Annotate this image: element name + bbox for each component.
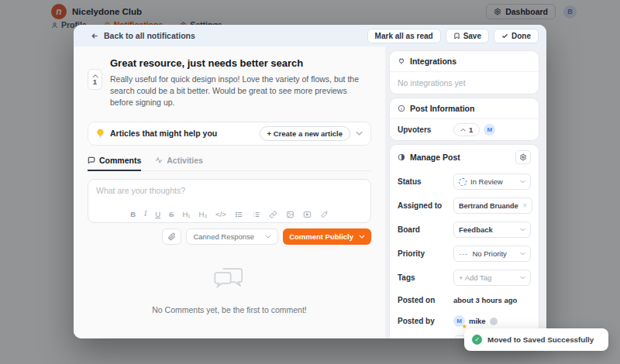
status-label: Status: [398, 177, 453, 186]
add-tag-select[interactable]: + Add Tag: [453, 270, 531, 286]
activity-pulse-icon: [155, 156, 163, 164]
assigned-to-field[interactable]: Bertrand Bruandet ×: [453, 197, 532, 214]
modal-header-actions: Mark all as read Save Done: [367, 29, 539, 43]
toast-message: Moved to Saved Successfully: [487, 335, 594, 344]
comment-bubble-icon: [88, 156, 95, 164]
comment-publicly-button[interactable]: Comment Publicly: [283, 228, 371, 245]
plug-icon: [398, 57, 405, 65]
board-label: Board: [398, 225, 453, 234]
vote-count: 1: [93, 77, 97, 86]
back-to-notifications-link[interactable]: Back to all notifications: [91, 31, 195, 40]
heading1-button[interactable]: H₁: [182, 211, 190, 218]
manage-settings-button[interactable]: [515, 150, 531, 164]
integrations-card: Integrations No integrations yet: [390, 51, 539, 94]
lightbulb-icon: [96, 129, 105, 139]
paperclip-icon: [168, 232, 176, 241]
notification-detail-modal: Back to all notifications Mark all as re…: [74, 25, 546, 338]
no-priority-dashes: ---: [459, 249, 469, 258]
manage-post-header: Manage Post: [390, 145, 539, 170]
success-toast: ✓ Moved to Saved Successfully: [464, 328, 608, 351]
status-select[interactable]: In Review: [453, 173, 531, 190]
link-icon[interactable]: [269, 211, 277, 218]
suggested-articles-label: Articles that might help you: [110, 129, 217, 138]
canned-response-select[interactable]: Canned Response: [186, 228, 278, 245]
suggested-articles-card: Articles that might help you + Create a …: [88, 122, 371, 146]
priority-label: Priority: [398, 249, 453, 258]
comment-tabs: Comments Activities: [88, 156, 371, 171]
code-button[interactable]: </>: [215, 211, 226, 218]
chevron-down-icon: [520, 228, 525, 232]
author-avatar[interactable]: M★: [453, 315, 465, 327]
success-check-icon: ✓: [472, 335, 482, 345]
chevron-up-icon: [460, 128, 466, 132]
post-information-header: Post Information: [390, 98, 539, 119]
upvote-count-pill[interactable]: 1: [453, 123, 480, 136]
posted-on-label: Posted on: [398, 296, 453, 304]
comments-empty-state: No Comments yet, be the first to comment…: [88, 265, 371, 314]
bookmark-save-icon: [453, 33, 460, 39]
underline-button[interactable]: U: [155, 211, 160, 218]
priority-select[interactable]: --- No Priority: [453, 246, 531, 262]
tags-label: Tags: [398, 273, 453, 282]
formatting-toolbar: B I U S H₁ H₂ </>: [88, 211, 370, 218]
arrow-left-icon: [91, 32, 99, 40]
check-icon: [501, 33, 508, 39]
magic-wand-icon[interactable]: [320, 211, 329, 218]
chevron-down-icon: [359, 235, 365, 239]
post-sidebar: Integrations No integrations yet Post In…: [385, 46, 546, 338]
no-integrations-text: No integrations yet: [390, 72, 539, 94]
chevron-down-icon: [520, 180, 525, 184]
strikethrough-button[interactable]: S: [169, 211, 174, 218]
chevron-down-icon: [265, 235, 271, 239]
create-article-button[interactable]: + Create a new article: [260, 126, 350, 141]
done-button[interactable]: Done: [494, 29, 539, 43]
tab-comments[interactable]: Comments: [88, 156, 141, 171]
clear-assignee-button[interactable]: ×: [522, 201, 527, 210]
bullet-list-icon[interactable]: [235, 211, 243, 218]
post-description: Really useful for quick design inspo! Lo…: [110, 74, 371, 109]
upvote-button[interactable]: 1: [88, 69, 102, 90]
upvoters-label: Upvoters: [398, 125, 453, 134]
half-circle-icon: [398, 153, 405, 161]
italic-button[interactable]: I: [144, 211, 146, 218]
tab-activities[interactable]: Activities: [155, 156, 203, 170]
empty-comments-text: No Comments yet, be the first to comment…: [152, 305, 307, 314]
assigned-to-label: Assigned to: [398, 201, 453, 210]
comment-editor: B I U S H₁ H₂ </>: [88, 179, 371, 223]
chevron-down-icon[interactable]: [356, 131, 363, 136]
ordered-list-icon[interactable]: [252, 211, 260, 218]
posted-by-label: Posted by: [398, 317, 453, 325]
chat-bubbles-icon: [213, 265, 246, 291]
modal-header: Back to all notifications Mark all as re…: [74, 25, 546, 46]
posted-on-value: about 3 hours ago: [453, 296, 531, 304]
integrations-header: Integrations: [390, 51, 539, 72]
status-in-review-icon: [459, 178, 467, 186]
post-title: Great resource, just needs better search: [110, 56, 371, 69]
post-detail-panel: 1 Great resource, just needs better sear…: [74, 46, 385, 338]
board-select[interactable]: Feedback: [453, 221, 531, 238]
chevron-down-icon: [520, 252, 525, 256]
upvoter-avatar[interactable]: M: [484, 124, 495, 136]
chevron-down-icon: [520, 276, 525, 280]
info-icon: [398, 105, 405, 112]
attach-button[interactable]: [162, 228, 181, 245]
comment-actions: Canned Response Comment Publicly: [88, 228, 371, 245]
mark-all-read-button[interactable]: Mark all as read: [367, 29, 441, 43]
video-icon[interactable]: [303, 211, 312, 218]
posted-by-value: M★ mike: [453, 315, 531, 327]
manage-post-card: Manage Post Status In Review Assigned to…: [390, 145, 539, 338]
comment-input[interactable]: [88, 180, 370, 206]
member-badge-icon: [490, 318, 498, 325]
heading2-button[interactable]: H₂: [199, 211, 208, 218]
bold-button[interactable]: B: [130, 211, 136, 218]
image-icon[interactable]: [286, 211, 294, 218]
save-button[interactable]: Save: [446, 29, 489, 43]
post-information-card: Post Information Upvoters 1 M: [390, 98, 539, 140]
